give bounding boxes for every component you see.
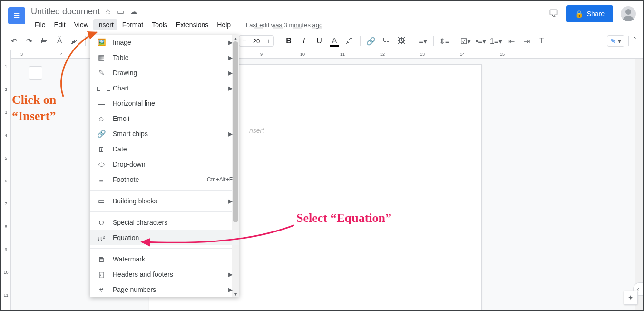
share-button[interactable]: 🔒 Share xyxy=(566,5,613,22)
menu-item-label: Image xyxy=(113,39,222,46)
ruler-tick: 11 xyxy=(340,52,369,57)
building-blocks-icon: ▭ xyxy=(97,197,106,205)
ruler-tick: 3 xyxy=(20,52,49,57)
menu-format[interactable]: Format xyxy=(118,19,147,30)
menu-separator xyxy=(90,190,239,191)
paint-format-button[interactable]: 🖌 xyxy=(68,34,81,48)
italic-button[interactable]: I xyxy=(297,34,311,48)
undo-button[interactable]: ↶ xyxy=(7,34,20,48)
explore-button[interactable]: ✦ xyxy=(624,291,638,305)
ruler-tick: 8 xyxy=(1,224,10,247)
insert-building-blocks[interactable]: ▭Building blocks▸ xyxy=(90,193,239,209)
vertical-scrollbar[interactable] xyxy=(635,59,643,310)
pencil-icon: ✎ xyxy=(610,37,616,45)
special-characters-icon: Ω xyxy=(97,219,106,227)
page-numbers-icon: # xyxy=(97,286,106,294)
chevron-right-icon: ▸ xyxy=(228,269,233,280)
horizontal-line-icon: — xyxy=(97,100,106,108)
watermark-icon: 🗎 xyxy=(97,255,106,263)
menu-item-label: Smart chips xyxy=(113,130,222,138)
table-icon: ▦ xyxy=(97,53,106,62)
menu-view[interactable]: View xyxy=(70,19,92,30)
menu-item-label: Equation xyxy=(113,234,233,241)
highlight-button[interactable]: 🖍 xyxy=(343,34,356,48)
menu-extensions[interactable]: Extensions xyxy=(172,19,212,30)
underline-button[interactable]: U xyxy=(312,34,326,48)
menu-item-label: Headers and footers xyxy=(113,271,222,278)
insert-special-characters[interactable]: ΩSpecial characters xyxy=(90,215,239,230)
comments-icon[interactable]: 🗨 xyxy=(548,8,559,20)
move-icon[interactable]: ▭ xyxy=(117,7,124,16)
chevron-right-icon: ▸ xyxy=(228,284,233,295)
separator xyxy=(433,36,434,46)
separator xyxy=(360,36,361,46)
insert-link-button[interactable]: 🔗 xyxy=(364,34,378,48)
spellcheck-button[interactable]: Ă xyxy=(53,34,66,48)
numbered-list-button[interactable]: 1≡▾ xyxy=(489,34,503,48)
insert-date[interactable]: 🗓Date xyxy=(90,141,239,157)
vertical-ruler: 1234567891011 xyxy=(1,50,11,310)
menu-insert[interactable]: Insert xyxy=(93,19,117,30)
insert-smart-chips[interactable]: 🔗Smart chips▸ xyxy=(90,126,239,141)
indent-decrease-button[interactable]: ⇤ xyxy=(505,34,518,48)
menu-item-label: Watermark xyxy=(113,255,233,263)
insert-page-numbers[interactable]: #Page numbers▸ xyxy=(90,282,239,297)
align-button[interactable]: ≡▾ xyxy=(416,34,429,48)
outline-toggle[interactable]: ≣ xyxy=(29,66,42,80)
font-size-decrease[interactable]: − xyxy=(239,37,250,45)
insert-table[interactable]: ▦Table▸ xyxy=(90,50,239,65)
ruler-tick: 4 xyxy=(1,133,10,156)
star-icon[interactable]: ☆ xyxy=(105,7,111,16)
ruler-tick: 12 xyxy=(380,52,409,57)
doc-title[interactable]: Untitled document xyxy=(31,7,100,17)
menu-tools[interactable]: Tools xyxy=(148,19,171,30)
text-color-button[interactable]: A xyxy=(328,34,341,48)
checklist-button[interactable]: ☑▾ xyxy=(459,34,472,48)
menu-item-label: Chart xyxy=(113,84,222,92)
insert-image[interactable]: 🖼️Image▸ xyxy=(90,35,239,50)
collapse-toolbar-button[interactable]: ˄ xyxy=(633,36,637,46)
insert-image-button[interactable]: 🖼 xyxy=(395,34,408,48)
print-button[interactable]: 🖶 xyxy=(38,34,51,48)
line-spacing-button[interactable]: ⇕≡ xyxy=(438,34,451,48)
menu-item-label: Emoji xyxy=(113,115,233,122)
separator xyxy=(455,36,455,46)
ruler-tick: 3 xyxy=(1,110,10,133)
insert-headers-and-footers[interactable]: ⍇Headers and footers▸ xyxy=(90,267,239,282)
ruler-tick: 11 xyxy=(1,293,10,311)
font-size-value[interactable]: 20 xyxy=(250,38,263,45)
ruler-tick: 9 xyxy=(260,52,289,57)
editing-mode-button[interactable]: ✎ ▾ xyxy=(607,35,624,47)
insert-drop-down[interactable]: ⬭Drop-down xyxy=(90,157,239,172)
insert-equation[interactable]: π²Equation xyxy=(90,230,239,245)
insert-comment-button[interactable]: 🗨 xyxy=(380,34,393,48)
bold-button[interactable]: B xyxy=(282,34,295,48)
menu-help[interactable]: Help xyxy=(213,19,234,30)
equation-icon: π² xyxy=(97,234,106,242)
menu-item-label: Table xyxy=(113,54,222,61)
insert-emoji[interactable]: ☺Emoji xyxy=(90,111,239,126)
indent-increase-button[interactable]: ⇥ xyxy=(520,34,533,48)
last-edit[interactable]: Last edit was 3 minutes ago xyxy=(242,20,326,30)
font-size-increase[interactable]: + xyxy=(263,37,273,45)
cloud-icon[interactable]: ☁ xyxy=(130,7,137,16)
insert-chart[interactable]: ⫍⫎Chart▸ xyxy=(90,80,239,96)
docs-logo[interactable]: ≡ xyxy=(8,7,25,24)
avatar[interactable] xyxy=(621,6,636,21)
redo-button[interactable]: ↷ xyxy=(22,34,36,48)
drop-down-icon: ⬭ xyxy=(97,160,106,169)
bulleted-list-button[interactable]: •≡▾ xyxy=(474,34,488,48)
menu-file[interactable]: File xyxy=(31,19,49,30)
chart-icon: ⫍⫎ xyxy=(97,84,106,92)
image-icon: 🖼️ xyxy=(97,38,106,47)
insert-horizontal-line[interactable]: —Horizontal line xyxy=(90,96,239,111)
drawing-icon: ✎ xyxy=(97,69,106,77)
font-size-stepper[interactable]: − 20 + xyxy=(239,35,274,47)
menu-item-label: Drawing xyxy=(113,69,222,77)
insert-footnote[interactable]: ≡FootnoteCtrl+Alt+F xyxy=(90,172,239,187)
clear-format-button[interactable]: T xyxy=(535,34,548,48)
insert-watermark[interactable]: 🗎Watermark xyxy=(90,251,239,267)
insert-drawing[interactable]: ✎Drawing▸ xyxy=(90,65,239,80)
menu-edit[interactable]: Edit xyxy=(50,19,69,30)
emoji-icon: ☺ xyxy=(97,115,106,123)
